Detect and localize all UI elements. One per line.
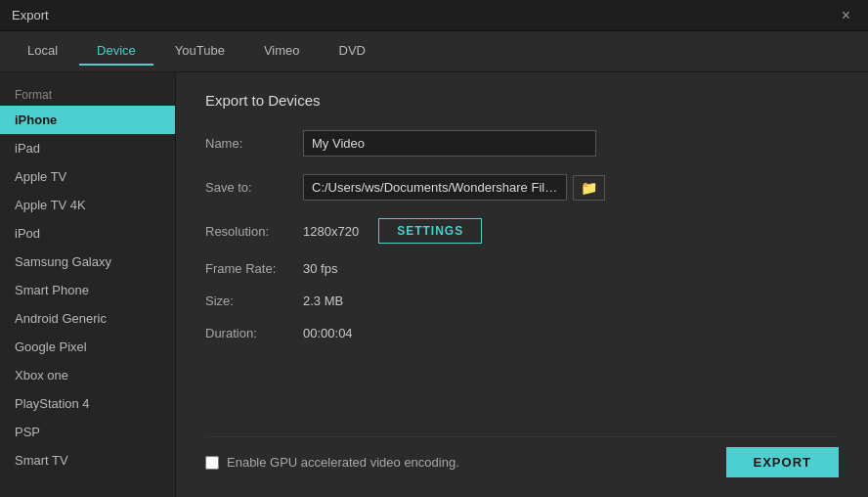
gpu-row: Enable GPU accelerated video encoding.	[205, 455, 459, 470]
settings-button[interactable]: SETTINGS	[378, 218, 482, 244]
size-row: Size: 2.3 MB	[205, 294, 839, 308]
frame-rate-label: Frame Rate:	[205, 261, 303, 276]
main-title: Export to Devices	[205, 92, 839, 109]
size-value: 2.3 MB	[303, 294, 343, 308]
resolution-row: Resolution: 1280x720 SETTINGS	[205, 218, 839, 244]
sidebar-item-ipod[interactable]: iPod	[0, 219, 175, 248]
sidebar-item-iphone[interactable]: iPhone	[0, 106, 175, 134]
frame-rate-value: 30 fps	[303, 261, 337, 276]
save-to-input[interactable]	[303, 174, 567, 201]
sidebar-item-samsung-galaxy[interactable]: Samsung Galaxy	[0, 248, 175, 276]
sidebar-item-psp[interactable]: PSP	[0, 418, 175, 446]
main-panel: Export to Devices Name: Save to: 📁 Resol…	[176, 72, 868, 497]
tab-dvd[interactable]: DVD	[322, 37, 383, 66]
resolution-label: Resolution:	[205, 224, 303, 239]
sidebar-item-xbox-one[interactable]: Xbox one	[0, 361, 175, 389]
duration-label: Duration:	[205, 326, 303, 340]
tab-local[interactable]: Local	[10, 37, 75, 66]
tab-device[interactable]: Device	[79, 37, 153, 66]
sidebar-item-smart-tv[interactable]: Smart TV	[0, 446, 175, 474]
duration-value: 00:00:04	[303, 326, 353, 340]
folder-button[interactable]: 📁	[573, 175, 605, 201]
title-text: Export	[12, 8, 49, 23]
name-row: Name:	[205, 130, 839, 157]
sidebar-item-playstation-4[interactable]: PlayStation 4	[0, 389, 175, 418]
gpu-checkbox[interactable]	[205, 456, 219, 470]
sidebar-item-android-generic[interactable]: Android Generic	[0, 304, 175, 333]
sidebar-item-apple-tv[interactable]: Apple TV	[0, 162, 175, 191]
sidebar-item-smart-phone[interactable]: Smart Phone	[0, 276, 175, 304]
content: Format iPhone iPad Apple TV Apple TV 4K …	[0, 72, 868, 497]
duration-row: Duration: 00:00:04	[205, 326, 839, 340]
resolution-controls: 1280x720 SETTINGS	[303, 218, 482, 244]
bottom-bar: Enable GPU accelerated video encoding. E…	[205, 436, 839, 477]
close-button[interactable]: ×	[836, 6, 856, 25]
sidebar-item-ipad[interactable]: iPad	[0, 134, 175, 162]
save-to-label: Save to:	[205, 180, 303, 195]
save-to-container: 📁	[303, 174, 605, 201]
save-to-row: Save to: 📁	[205, 174, 839, 201]
resolution-value: 1280x720	[303, 224, 359, 239]
sidebar-item-google-pixel[interactable]: Google Pixel	[0, 333, 175, 361]
sidebar: Format iPhone iPad Apple TV Apple TV 4K …	[0, 72, 176, 497]
tab-youtube[interactable]: YouTube	[157, 37, 242, 66]
export-button[interactable]: EXPORT	[726, 447, 839, 477]
gpu-label: Enable GPU accelerated video encoding.	[227, 455, 459, 470]
size-label: Size:	[205, 294, 303, 308]
folder-icon: 📁	[581, 180, 597, 196]
name-label: Name:	[205, 136, 303, 151]
tabs-bar: Local Device YouTube Vimeo DVD	[0, 31, 868, 72]
title-bar: Export ×	[0, 0, 868, 31]
frame-rate-row: Frame Rate: 30 fps	[205, 261, 839, 276]
name-input[interactable]	[303, 130, 596, 157]
sidebar-item-apple-tv-4k[interactable]: Apple TV 4K	[0, 191, 175, 219]
tab-vimeo[interactable]: Vimeo	[246, 37, 318, 66]
sidebar-section-label: Format	[0, 82, 175, 106]
